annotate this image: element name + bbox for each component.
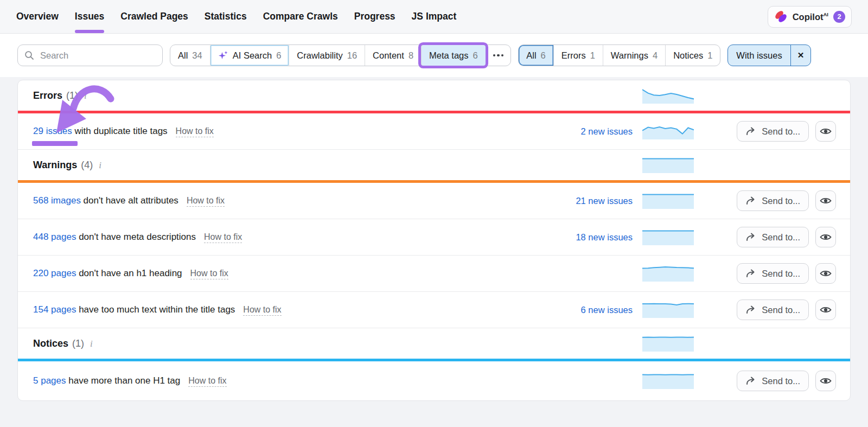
tab-statistics[interactable]: Statistics bbox=[205, 0, 247, 33]
hide-issue-button[interactable] bbox=[815, 227, 836, 247]
new-issues-cell: 2 new issues bbox=[540, 126, 633, 137]
search-field[interactable] bbox=[39, 50, 156, 61]
how-to-fix-link[interactable]: How to fix bbox=[204, 232, 242, 243]
hide-issue-button[interactable] bbox=[815, 263, 836, 284]
issue-count-link[interactable]: 5 pages bbox=[33, 375, 66, 386]
how-to-fix-link[interactable]: How to fix bbox=[188, 376, 226, 387]
issue-sparkline bbox=[642, 193, 694, 209]
issue-sparkline bbox=[642, 123, 694, 139]
new-issues-link[interactable]: 18 new issues bbox=[576, 232, 633, 242]
copilot-icon bbox=[774, 10, 788, 23]
how-to-fix-link[interactable]: How to fix bbox=[190, 269, 228, 279]
hide-issue-button[interactable] bbox=[815, 371, 836, 391]
section-title-wrap: Errors(1)i bbox=[33, 90, 540, 101]
issue-sparkline bbox=[642, 265, 694, 282]
issue-text: 29 issues with duplicate title tagsHow t… bbox=[33, 126, 540, 137]
issue-sparkline bbox=[642, 229, 694, 245]
section-count: (1) bbox=[72, 338, 84, 349]
info-icon[interactable]: i bbox=[90, 339, 93, 349]
send-to-button[interactable]: Send to... bbox=[737, 263, 809, 284]
issue-text: 448 pages don't have meta descriptionsHo… bbox=[33, 232, 540, 243]
tab-compare-crawls[interactable]: Compare Crawls bbox=[263, 0, 338, 33]
how-to-fix-link[interactable]: How to fix bbox=[187, 196, 225, 207]
issue-actions: Send to... bbox=[735, 121, 836, 142]
ellipsis-icon bbox=[493, 54, 504, 57]
issue-sparkline bbox=[642, 302, 694, 318]
filter-crawlability[interactable]: Crawlability16 bbox=[289, 45, 365, 66]
new-issues-link[interactable]: 6 new issues bbox=[581, 305, 633, 315]
forward-arrow-icon bbox=[745, 305, 756, 315]
section-title: Warnings bbox=[33, 160, 77, 170]
eye-icon bbox=[820, 127, 832, 136]
filter-severity-warnings[interactable]: Warnings4 bbox=[603, 45, 665, 66]
info-icon[interactable]: i bbox=[99, 160, 101, 170]
section-sparkline bbox=[642, 157, 694, 173]
send-to-button[interactable]: Send to... bbox=[737, 371, 809, 391]
issue-row: 220 pages don't have an h1 headingHow to… bbox=[18, 256, 850, 292]
copilot-button[interactable]: CopilotAI 2 bbox=[768, 6, 852, 28]
hide-issue-button[interactable] bbox=[815, 299, 836, 320]
hide-issue-button[interactable] bbox=[815, 190, 836, 211]
section-title: Notices bbox=[33, 338, 68, 349]
hide-issue-button[interactable] bbox=[815, 121, 836, 142]
how-to-fix-link[interactable]: How to fix bbox=[176, 126, 214, 137]
tab-overview[interactable]: Overview bbox=[16, 0, 59, 33]
new-issues-cell: 6 new issues bbox=[540, 305, 633, 315]
top-navigation: Overview Issues Crawled Pages Statistics… bbox=[0, 0, 868, 34]
filter-ai-search[interactable]: AI Search6 bbox=[210, 45, 289, 66]
filter-severity-all[interactable]: All6 bbox=[519, 45, 553, 66]
how-to-fix-link[interactable]: How to fix bbox=[243, 305, 281, 316]
issue-actions: Send to... bbox=[735, 227, 836, 247]
tab-js-impact[interactable]: JS Impact bbox=[412, 0, 457, 33]
tab-progress[interactable]: Progress bbox=[354, 0, 395, 33]
eye-icon bbox=[820, 305, 832, 314]
send-to-button[interactable]: Send to... bbox=[737, 190, 809, 211]
filter-content[interactable]: Content8 bbox=[365, 45, 421, 66]
issue-count-link[interactable]: 568 images bbox=[33, 195, 81, 206]
forward-arrow-icon bbox=[745, 232, 756, 242]
issue-actions: Send to... bbox=[735, 263, 836, 284]
section-warnings: Warnings(4)i568 images don't have alt at… bbox=[18, 150, 850, 328]
eye-icon bbox=[820, 196, 832, 205]
tab-issues[interactable]: Issues bbox=[75, 0, 104, 33]
filter-severity-notices[interactable]: Notices1 bbox=[665, 45, 720, 66]
section-count: (1) bbox=[66, 90, 78, 101]
filter-meta-tags[interactable]: Meta tags6 bbox=[421, 45, 486, 66]
filter-all-categories[interactable]: All34 bbox=[170, 45, 210, 66]
section-header-notices: Notices(1)i bbox=[18, 328, 850, 359]
search-input[interactable] bbox=[17, 44, 163, 66]
with-issues-label: With issues bbox=[728, 45, 790, 66]
issue-count-link[interactable]: 448 pages bbox=[33, 232, 76, 242]
new-issues-cell: 18 new issues bbox=[540, 232, 633, 243]
forward-arrow-icon bbox=[745, 269, 756, 278]
more-filters-button[interactable] bbox=[486, 45, 511, 66]
forward-arrow-icon bbox=[745, 126, 756, 136]
section-title-wrap: Notices(1)i bbox=[33, 338, 540, 349]
issue-text: 220 pages don't have an h1 headingHow to… bbox=[33, 268, 540, 279]
issue-count-link[interactable]: 154 pages bbox=[33, 304, 76, 315]
issue-text: 568 images don't have alt attributesHow … bbox=[33, 195, 540, 206]
send-to-button[interactable]: Send to... bbox=[737, 299, 809, 320]
issue-count-link[interactable]: 220 pages bbox=[33, 268, 76, 278]
section-sparkline bbox=[642, 335, 694, 352]
main-content: Errors(1)i29 issues with duplicate title… bbox=[0, 77, 868, 401]
sparkle-icon bbox=[218, 50, 228, 61]
with-issues-chip[interactable]: With issues ✕ bbox=[727, 44, 811, 66]
tab-crawled-pages[interactable]: Crawled Pages bbox=[120, 0, 188, 33]
section-sparkline bbox=[642, 87, 694, 104]
info-icon[interactable]: i bbox=[84, 91, 87, 101]
issue-count-link[interactable]: 29 issues bbox=[33, 126, 72, 136]
issue-actions: Send to... bbox=[735, 299, 836, 320]
eye-icon bbox=[820, 233, 832, 241]
filter-severity-errors[interactable]: Errors1 bbox=[553, 45, 603, 66]
close-icon[interactable]: ✕ bbox=[790, 45, 811, 66]
send-to-button[interactable]: Send to... bbox=[737, 121, 809, 142]
send-to-button[interactable]: Send to... bbox=[737, 227, 809, 247]
new-issues-link[interactable]: 2 new issues bbox=[581, 126, 633, 136]
issues-card: Errors(1)i29 issues with duplicate title… bbox=[17, 80, 851, 401]
issue-row: 448 pages don't have meta descriptionsHo… bbox=[18, 219, 850, 256]
new-issues-cell: 21 new issues bbox=[540, 196, 633, 206]
forward-arrow-icon bbox=[745, 196, 756, 206]
new-issues-link[interactable]: 21 new issues bbox=[576, 196, 633, 206]
section-notices: Notices(1)i5 pages have more than one H1… bbox=[18, 328, 850, 400]
